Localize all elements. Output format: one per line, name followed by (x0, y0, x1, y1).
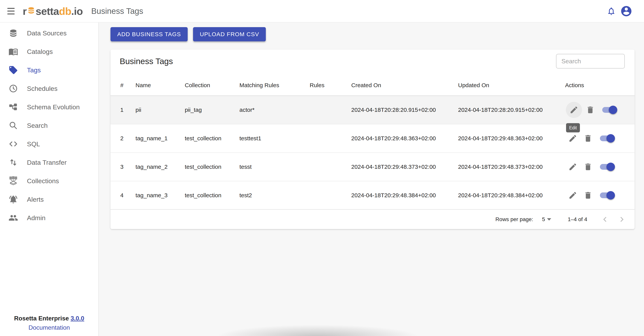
sidebar-item-admin[interactable]: Admin (0, 208, 98, 227)
sidebar-item-schedules[interactable]: Schedules (0, 79, 98, 98)
logo-text-r: r (23, 5, 26, 17)
tag-icon (8, 65, 18, 75)
cell-index: 2 (110, 124, 136, 152)
transfer-arrows-icon (8, 158, 18, 167)
people-icon (8, 213, 18, 223)
sidebar-item-alerts[interactable]: Alerts (0, 190, 98, 208)
sidebar-item-search[interactable]: Search (0, 116, 98, 135)
cell-name: tag_name_1 (136, 124, 185, 152)
cell-rules (310, 152, 351, 181)
rows-per-page-label: Rows per page: (496, 216, 533, 222)
sidebar-nav: Data Sources Catalogs Tags Schedules Sch… (0, 22, 98, 227)
user-avatar[interactable] (620, 5, 632, 17)
delete-button[interactable] (581, 159, 595, 175)
cell-matching-rules: tesst (240, 152, 310, 181)
col-header-actions: Actions (565, 75, 634, 96)
edit-button[interactable] (566, 130, 580, 146)
cell-matching-rules: testtest1 (240, 124, 310, 152)
business-tags-card: Business Tags # Name Collection Matching… (110, 50, 634, 229)
schema-icon (8, 102, 18, 112)
col-header-index: # (110, 75, 136, 96)
delete-button[interactable] (581, 187, 595, 204)
version-link[interactable]: 3.0.0 (71, 315, 84, 322)
pencil-icon (568, 191, 577, 200)
actions-toolbar: ADD BUSINESS TAGS UPLOAD FROM CSV (110, 27, 266, 41)
enabled-toggle[interactable] (600, 162, 615, 171)
cell-created-on: 2024-04-18T20:29:48.363+02:00 (351, 124, 458, 152)
cell-updated-on: 2024-04-18T20:29:48.373+02:00 (458, 152, 565, 181)
sidebar-footer: Rosetta Enterprise 3.0.0 Documentation (0, 314, 98, 333)
sidebar-item-label: Schedules (27, 85, 58, 92)
product-version-line: Rosetta Enterprise 3.0.0 (0, 314, 98, 323)
top-bar: rsettadb.io Business Tags (0, 0, 644, 22)
sidebar-item-label: Search (27, 122, 48, 129)
add-business-tags-button[interactable]: ADD BUSINESS TAGS (110, 27, 188, 41)
cell-collection: test_collection (185, 181, 240, 210)
cell-rules (310, 124, 351, 152)
pencil-icon (568, 134, 577, 143)
delete-button[interactable] (581, 130, 595, 146)
app-logo[interactable]: rsettadb.io (23, 5, 83, 18)
cell-rules (310, 181, 351, 210)
sidebar-item-data-sources[interactable]: Data Sources (0, 24, 98, 42)
pencil-icon (568, 162, 577, 171)
enabled-toggle[interactable] (602, 106, 617, 114)
table-header-row: # Name Collection Matching Rules Rules C… (110, 75, 634, 96)
upload-from-csv-button[interactable]: UPLOAD FROM CSV (193, 27, 266, 41)
table-pagination: Rows per page: 5 1–4 of 4 (110, 209, 634, 229)
delete-button[interactable] (583, 102, 597, 118)
logo-text-io: .io (71, 5, 83, 17)
cell-name: tag_name_3 (136, 181, 185, 210)
database-icon (8, 28, 18, 38)
sidebar-item-schema-evolution[interactable]: Schema Evolution (0, 98, 98, 116)
previous-page-button[interactable] (600, 214, 610, 224)
cell-actions (565, 96, 634, 124)
cell-index: 4 (110, 181, 136, 210)
cell-name: pii (136, 96, 185, 124)
col-header-matching-rules: Matching Rules (240, 75, 310, 96)
cell-actions (565, 152, 634, 181)
sidebar-item-label: Data Sources (27, 30, 66, 37)
cell-collection: pii_tag (185, 96, 240, 124)
cell-collection: test_collection (185, 124, 240, 152)
table-row: 4 tag_name_3 test_collection test2 2024-… (110, 181, 634, 210)
menu-hamburger-icon[interactable] (7, 8, 15, 14)
documentation-link[interactable]: Documentation (28, 323, 70, 332)
chevron-right-icon (617, 214, 627, 224)
sidebar-item-tags[interactable]: Tags (0, 61, 98, 79)
col-header-rules: Rules (310, 75, 351, 96)
trash-icon (586, 106, 595, 114)
clock-icon (8, 84, 18, 93)
edit-button[interactable] (566, 159, 580, 175)
sidebar-item-label: Alerts (27, 196, 44, 203)
sidebar-item-sql[interactable]: SQL (0, 135, 98, 153)
edit-tooltip: Edit (566, 123, 580, 132)
cell-index: 1 (110, 96, 136, 124)
table-row: 3 tag_name_2 test_collection tesst 2024-… (110, 152, 634, 181)
sidebar-item-label: SQL (27, 140, 40, 148)
edit-button[interactable] (566, 187, 580, 204)
next-page-button[interactable] (617, 214, 627, 224)
sidebar-item-label: Schema Evolution (27, 103, 80, 111)
rows-per-page-select[interactable]: 5 (542, 216, 551, 222)
enabled-toggle[interactable] (600, 134, 615, 142)
edit-button[interactable] (566, 102, 582, 118)
sidebar-item-label: Admin (27, 214, 46, 222)
pencil-icon (570, 106, 578, 114)
enabled-toggle[interactable] (600, 191, 615, 200)
cell-name: tag_name_2 (136, 152, 185, 181)
cell-rules (310, 96, 351, 124)
col-header-name: Name (136, 75, 185, 96)
notifications-bell-icon[interactable] (607, 6, 616, 16)
cell-actions (565, 181, 634, 210)
sidebar-item-catalogs[interactable]: Catalogs (0, 42, 98, 61)
cell-updated-on: 2024-04-18T20:29:48.384+02:00 (458, 181, 565, 210)
sidebar-item-collections[interactable]: Collections (0, 172, 98, 190)
page-title: Business Tags (91, 6, 143, 16)
table-row: 2 tag_name_1 test_collection testtest1 2… (110, 124, 634, 152)
sidebar-item-data-transfer[interactable]: Data Transfer (0, 153, 98, 172)
sidebar-item-label: Tags (27, 66, 41, 74)
trash-icon (584, 134, 592, 143)
trash-icon (584, 162, 592, 171)
search-input[interactable] (556, 54, 625, 68)
